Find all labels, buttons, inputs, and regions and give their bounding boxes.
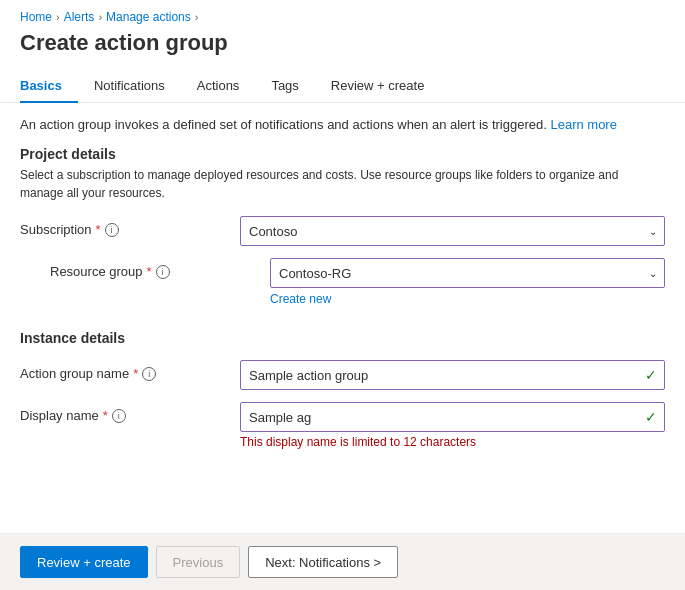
breadcrumb-home[interactable]: Home — [20, 10, 52, 24]
main-content: An action group invokes a defined set of… — [0, 103, 685, 533]
action-group-name-control: ✓ — [240, 360, 665, 390]
action-group-name-info-icon[interactable]: i — [142, 367, 156, 381]
learn-more-link[interactable]: Learn more — [550, 117, 616, 132]
subscription-dropdown-wrapper: Contoso ⌄ — [240, 216, 665, 246]
resource-group-label-col: Resource group * i — [50, 258, 270, 279]
page-title: Create action group — [0, 28, 685, 70]
display-name-info-icon[interactable]: i — [112, 409, 126, 423]
subscription-label-col: Subscription * i — [20, 216, 240, 237]
display-name-input-wrapper: ✓ — [240, 402, 665, 432]
subscription-label: Subscription — [20, 222, 92, 237]
instance-details-title: Instance details — [20, 330, 665, 346]
subscription-info-icon[interactable]: i — [105, 223, 119, 237]
tab-review-create[interactable]: Review + create — [315, 70, 441, 103]
tab-bar: Basics Notifications Actions Tags Review… — [0, 70, 685, 103]
resource-group-dropdown[interactable]: Contoso-RG — [270, 258, 665, 288]
action-group-name-label-col: Action group name * i — [20, 360, 240, 381]
resource-group-info-icon[interactable]: i — [156, 265, 170, 279]
display-name-row: Display name * i ✓ This display name is … — [20, 402, 665, 449]
previous-button: Previous — [156, 546, 241, 578]
display-name-control: ✓ This display name is limited to 12 cha… — [240, 402, 665, 449]
subscription-row: Subscription * i Contoso ⌄ — [20, 216, 665, 246]
resource-group-row: Resource group * i Contoso-RG ⌄ Create n… — [20, 258, 665, 306]
subscription-required: * — [96, 222, 101, 237]
next-button[interactable]: Next: Notifications > — [248, 546, 398, 578]
breadcrumb-alerts[interactable]: Alerts — [64, 10, 95, 24]
resource-group-label: Resource group — [50, 264, 143, 279]
info-text: An action group invokes a defined set of… — [20, 117, 665, 132]
display-name-helper: This display name is limited to 12 chara… — [240, 435, 665, 449]
resource-group-required: * — [147, 264, 152, 279]
breadcrumb-manage-actions[interactable]: Manage actions — [106, 10, 191, 24]
tab-tags[interactable]: Tags — [255, 70, 314, 103]
project-details-title: Project details — [20, 146, 665, 162]
breadcrumb-sep-1: › — [56, 11, 60, 23]
tab-basics[interactable]: Basics — [20, 70, 78, 103]
action-group-name-label: Action group name — [20, 366, 129, 381]
create-new-link[interactable]: Create new — [270, 292, 665, 306]
resource-group-dropdown-wrapper: Contoso-RG ⌄ — [270, 258, 665, 288]
action-group-name-input[interactable] — [240, 360, 665, 390]
subscription-control: Contoso ⌄ — [240, 216, 665, 246]
display-name-input[interactable] — [240, 402, 665, 432]
display-name-label-col: Display name * i — [20, 402, 240, 423]
breadcrumb: Home › Alerts › Manage actions › — [0, 0, 685, 28]
review-create-button[interactable]: Review + create — [20, 546, 148, 578]
project-details-desc: Select a subscription to manage deployed… — [20, 166, 665, 202]
action-group-name-row: Action group name * i ✓ — [20, 360, 665, 390]
subscription-dropdown[interactable]: Contoso — [240, 216, 665, 246]
display-name-required: * — [103, 408, 108, 423]
breadcrumb-sep-2: › — [98, 11, 102, 23]
breadcrumb-sep-3: › — [195, 11, 199, 23]
tab-actions[interactable]: Actions — [181, 70, 256, 103]
resource-group-control: Contoso-RG ⌄ Create new — [270, 258, 665, 306]
tab-notifications[interactable]: Notifications — [78, 70, 181, 103]
footer: Review + create Previous Next: Notificat… — [0, 533, 685, 590]
display-name-label: Display name — [20, 408, 99, 423]
action-group-name-required: * — [133, 366, 138, 381]
action-group-name-input-wrapper: ✓ — [240, 360, 665, 390]
